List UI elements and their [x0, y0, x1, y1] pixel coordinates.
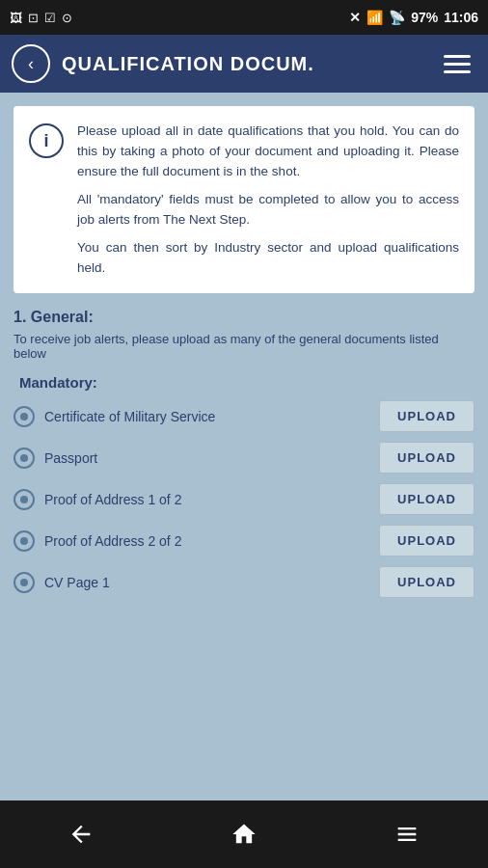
doc-name-proof-address-2: Proof of Address 2 of 2: [44, 533, 369, 549]
back-nav-button[interactable]: [57, 810, 105, 858]
upload-button-passport[interactable]: UPLOAD: [379, 442, 474, 474]
page-title: QUALIFICATION DOCUM.: [62, 53, 426, 75]
notification-icon: 🖼: [10, 11, 22, 25]
status-bar: 🖼 ⊡ ☑ ⊙ ✕ 📶 📡 97% 11:06: [0, 0, 488, 35]
upload-button-proof-address-1[interactable]: UPLOAD: [379, 483, 474, 515]
info-text-block: Please upload all in date qualifications…: [77, 122, 459, 278]
info-box: i Please upload all in date qualificatio…: [14, 106, 474, 293]
time-label: 11:06: [444, 10, 478, 25]
wifi-icon: 📶: [366, 10, 383, 25]
doc-name-proof-address-1: Proof of Address 1 of 2: [44, 492, 369, 507]
network-icon: ✕: [349, 10, 361, 25]
bottom-nav: [0, 800, 488, 868]
home-nav-icon: [230, 821, 258, 848]
back-icon: ‹: [28, 54, 34, 74]
recent-apps-nav-icon: [393, 821, 420, 848]
doc-status-icon: [14, 572, 35, 593]
screen-icon: ⊡: [28, 11, 39, 25]
doc-status-icon: [14, 448, 35, 469]
upload-button-cv-page-1[interactable]: UPLOAD: [379, 566, 474, 598]
menu-line-2: [444, 63, 471, 66]
doc-name-passport: Passport: [44, 450, 369, 466]
info-icon: i: [29, 123, 64, 158]
main-content: i Please upload all in date qualificatio…: [0, 93, 488, 800]
home-nav-button[interactable]: [220, 810, 268, 858]
upload-button-proof-address-2[interactable]: UPLOAD: [379, 525, 474, 556]
info-paragraph-1: Please upload all in date qualifications…: [77, 122, 459, 182]
section-description: To receive job alerts, please upload as …: [14, 332, 474, 361]
checkbox-icon: ☑: [44, 11, 56, 25]
doc-name-cert-military: Certificate of Military Service: [44, 409, 369, 424]
doc-name-cv-page-1: CV Page 1: [44, 575, 369, 590]
list-item: Certificate of Military Service UPLOAD: [14, 400, 474, 432]
menu-line-3: [444, 70, 471, 73]
mandatory-label: Mandatory:: [19, 374, 474, 391]
list-item: Proof of Address 2 of 2 UPLOAD: [14, 525, 474, 556]
voicemail-icon: ⊙: [62, 11, 72, 25]
doc-status-icon: [14, 406, 35, 427]
status-right: ✕ 📶 📡 97% 11:06: [349, 10, 478, 25]
info-paragraph-3: You can then sort by Industry sector and…: [77, 238, 459, 279]
upload-button-cert-military[interactable]: UPLOAD: [379, 400, 474, 432]
doc-status-icon: [14, 489, 35, 510]
info-paragraph-2: All 'mandatory' fields must be completed…: [77, 190, 459, 231]
signal-icon: 📡: [389, 10, 405, 25]
app-header: ‹ QUALIFICATION DOCUM.: [0, 35, 488, 93]
list-item: Passport UPLOAD: [14, 442, 474, 474]
battery-label: 97%: [411, 10, 438, 25]
doc-status-icon: [14, 530, 35, 552]
list-item: CV Page 1 UPLOAD: [14, 566, 474, 598]
section-title: 1. General:: [14, 309, 474, 326]
recent-apps-nav-button[interactable]: [383, 810, 431, 858]
list-item: Proof of Address 1 of 2 UPLOAD: [14, 483, 474, 515]
menu-button[interactable]: [438, 49, 476, 79]
back-button[interactable]: ‹: [12, 44, 50, 83]
status-icons: 🖼 ⊡ ☑ ⊙: [10, 11, 72, 25]
menu-line-1: [444, 55, 471, 58]
back-nav-icon: [68, 821, 95, 848]
